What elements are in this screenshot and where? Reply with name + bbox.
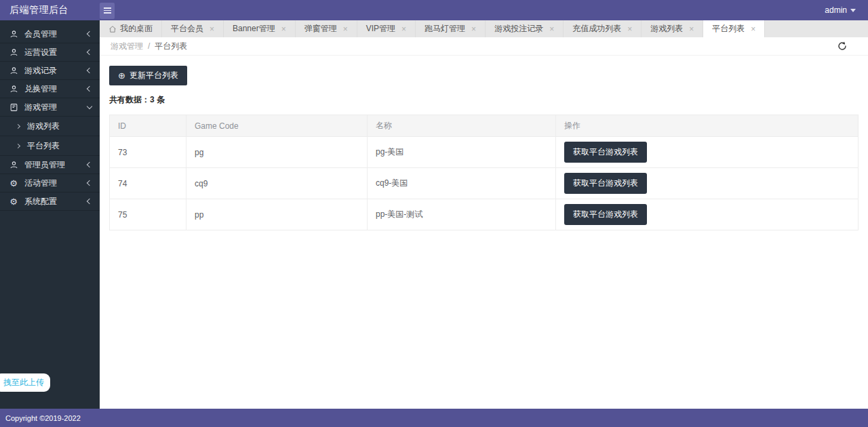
chevron-right-icon bbox=[16, 123, 20, 128]
gear-icon: ⚙ bbox=[8, 197, 19, 206]
sidebar: ⚙ 会员管理 ⚙ 运营设置 ⚙ 游戏记录 ⚙ 兑换管理 bbox=[0, 20, 100, 409]
close-icon[interactable]: × bbox=[751, 25, 755, 33]
breadcrumb-parent: 游戏管理 bbox=[111, 41, 143, 52]
cell-game-code: pp bbox=[186, 199, 368, 230]
cell-name: cq9-美国 bbox=[368, 168, 556, 199]
tab[interactable]: 游戏投注记录 × bbox=[486, 20, 564, 37]
sidebar-item-label: 活动管理 bbox=[24, 178, 57, 189]
column-header-gamecode: Game Code bbox=[186, 115, 368, 137]
chevron-icon bbox=[87, 68, 92, 73]
sidebar-item[interactable]: ⚙ 会员管理 bbox=[0, 25, 100, 43]
close-icon[interactable]: × bbox=[401, 25, 406, 33]
sidebar-toggle-button[interactable] bbox=[100, 3, 115, 19]
close-icon[interactable]: × bbox=[281, 25, 286, 33]
breadcrumb-current: 平台列表 bbox=[155, 41, 187, 52]
open-tabs-bar: 我的桌面 × 平台会员 × Banner管理 × 弹窗管理 × VIP管理 × … bbox=[100, 20, 868, 37]
tab[interactable]: 跑马灯管理 × bbox=[416, 20, 486, 37]
update-platform-list-button[interactable]: ⊕ 更新平台列表 bbox=[109, 66, 187, 85]
column-header-id: ID bbox=[110, 115, 186, 137]
tab[interactable]: 充值成功列表 × bbox=[564, 20, 642, 37]
sidebar-subitem[interactable]: 平台列表 bbox=[0, 136, 100, 156]
refresh-icon bbox=[837, 41, 848, 52]
refresh-button[interactable] bbox=[837, 41, 848, 52]
sidebar-item[interactable]: ⚙ 兑换管理 bbox=[0, 80, 100, 98]
app-header: 后端管理后台 admin bbox=[0, 0, 868, 20]
chevron-icon bbox=[87, 86, 92, 92]
update-button-label: 更新平台列表 bbox=[130, 70, 178, 81]
cell-actions: 获取平台游戏列表 bbox=[556, 168, 859, 199]
sidebar-subitem-label: 平台列表 bbox=[27, 140, 60, 152]
chevron-icon bbox=[87, 162, 92, 167]
fetch-platform-games-button[interactable]: 获取平台游戏列表 bbox=[564, 142, 647, 163]
breadcrumb-bar: 游戏管理 / 平台列表 bbox=[100, 37, 868, 56]
tab[interactable]: 游戏列表 × bbox=[642, 20, 703, 37]
cell-id: 75 bbox=[110, 199, 186, 230]
tab[interactable]: 我的桌面 × bbox=[100, 20, 162, 37]
fetch-platform-games-button[interactable]: 获取平台游戏列表 bbox=[564, 173, 647, 194]
games-panel-icon bbox=[8, 103, 19, 112]
admin-username: admin bbox=[825, 5, 847, 15]
cell-actions: 获取平台游戏列表 bbox=[556, 137, 859, 168]
footer: Copyright ©2019-2022 bbox=[0, 409, 868, 427]
app-title: 后端管理后台 bbox=[0, 4, 100, 16]
tab-label: 充值成功列表 bbox=[572, 23, 621, 35]
chevron-down-icon bbox=[850, 9, 856, 12]
close-icon[interactable]: × bbox=[343, 25, 348, 33]
hamburger-icon bbox=[104, 7, 111, 9]
close-icon[interactable]: × bbox=[627, 25, 632, 33]
tab-label: 我的桌面 bbox=[120, 23, 153, 35]
sidebar-item[interactable]: ⚙ 管理员管理 bbox=[0, 156, 100, 174]
cell-name: pp-美国-测试 bbox=[368, 199, 556, 230]
cell-actions: 获取平台游戏列表 bbox=[556, 199, 859, 230]
sidebar-item[interactable]: ⚙ 运营设置 bbox=[0, 43, 100, 62]
table-row: 73 pg pg-美国 获取平台游戏列表 bbox=[110, 137, 859, 168]
table-row: 74 cq9 cq9-美国 获取平台游戏列表 bbox=[110, 168, 859, 199]
chevron-icon bbox=[87, 49, 92, 55]
sidebar-item[interactable]: ⚙ 游戏管理 bbox=[0, 98, 100, 117]
close-icon[interactable]: × bbox=[549, 25, 554, 33]
tab-label: 平台会员 bbox=[171, 23, 203, 35]
sidebar-item-label: 运营设置 bbox=[24, 47, 57, 58]
breadcrumb-separator: / bbox=[148, 41, 150, 51]
sidebar-item-label: 兑换管理 bbox=[24, 83, 57, 95]
sidebar-item-label: 会员管理 bbox=[24, 28, 57, 40]
copyright-text: Copyright ©2019-2022 bbox=[5, 414, 81, 422]
tab-label: 跑马灯管理 bbox=[425, 23, 465, 35]
fetch-platform-games-button[interactable]: 获取平台游戏列表 bbox=[564, 204, 647, 225]
user-icon bbox=[8, 85, 19, 94]
chevron-icon bbox=[87, 180, 92, 186]
sidebar-item-label: 系统配置 bbox=[24, 196, 57, 207]
tab-label: Banner管理 bbox=[233, 23, 275, 35]
tab[interactable]: 平台列表 × bbox=[703, 20, 765, 37]
tab-label: VIP管理 bbox=[366, 23, 395, 35]
tab[interactable]: Banner管理 × bbox=[224, 20, 296, 37]
tab[interactable]: 平台会员 × bbox=[162, 20, 224, 37]
sidebar-subitem[interactable]: 游戏列表 bbox=[0, 117, 100, 136]
chevron-icon bbox=[87, 103, 92, 108]
main-content: ⊕ 更新平台列表 共有数据：3 条 ID Game Code 名称 操作 73 … bbox=[100, 56, 868, 409]
cell-game-code: cq9 bbox=[186, 168, 368, 199]
tab-label: 游戏列表 bbox=[650, 23, 683, 35]
chevron-right-icon bbox=[16, 143, 20, 148]
drag-upload-hint[interactable]: 拽至此上传 bbox=[0, 373, 50, 392]
gear-icon: ⚙ bbox=[8, 179, 19, 188]
tab-label: 游戏投注记录 bbox=[494, 23, 543, 35]
user-icon bbox=[8, 66, 19, 75]
tab[interactable]: 弹窗管理 × bbox=[296, 20, 357, 37]
tab-label: 弹窗管理 bbox=[304, 23, 337, 35]
sidebar-item[interactable]: ⚙ 活动管理 bbox=[0, 174, 100, 192]
record-count: 共有数据：3 条 bbox=[109, 94, 859, 106]
table-header-row: ID Game Code 名称 操作 bbox=[110, 115, 859, 137]
table-row: 75 pp pp-美国-测试 获取平台游戏列表 bbox=[110, 199, 859, 230]
sidebar-item[interactable]: ⚙ 系统配置 bbox=[0, 192, 100, 211]
tab[interactable]: VIP管理 × bbox=[357, 20, 416, 37]
sidebar-item-label: 游戏管理 bbox=[24, 102, 57, 113]
close-icon[interactable]: × bbox=[471, 25, 476, 33]
cell-id: 74 bbox=[110, 168, 186, 199]
sidebar-item[interactable]: ⚙ 游戏记录 bbox=[0, 62, 100, 80]
admin-user-menu[interactable]: admin bbox=[825, 5, 856, 15]
close-icon[interactable]: × bbox=[689, 25, 694, 33]
close-icon[interactable]: × bbox=[210, 25, 214, 33]
tab-label: 平台列表 bbox=[712, 23, 745, 35]
user-icon bbox=[8, 48, 19, 57]
